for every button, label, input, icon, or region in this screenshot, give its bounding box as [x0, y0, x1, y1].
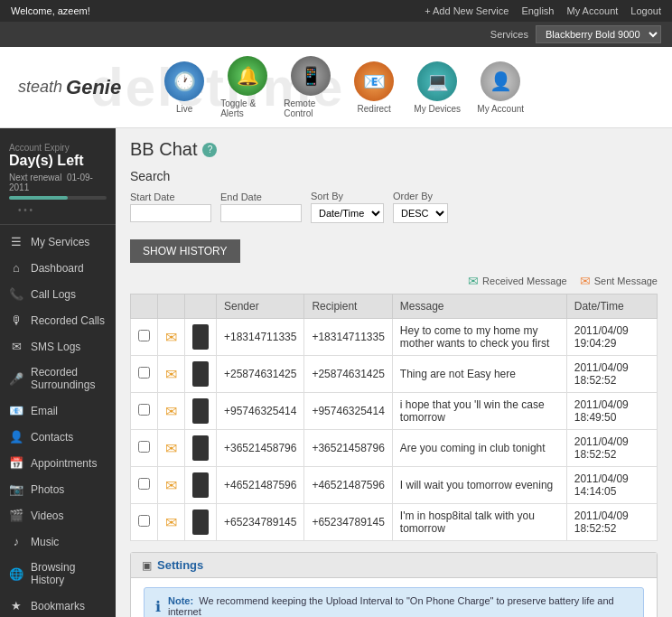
settings-section: ▣ Settings ℹ Note: We recommend keeping … — [130, 552, 658, 617]
sidebar-label-call-logs: Call Logs — [31, 288, 76, 301]
sidebar-item-recorded-surroundings[interactable]: 🎤 Recorded Surroundings — [0, 360, 116, 397]
add-service-link[interactable]: + Add New Service — [425, 5, 509, 16]
start-date-group: Start Date — [130, 192, 211, 222]
row-recipient: +65234789145 — [304, 504, 392, 541]
search-section: Search Start Date End Date Sort By Date/… — [130, 169, 658, 263]
sidebar-label-dashboard: Dashboard — [31, 262, 84, 275]
row-checkbox[interactable] — [138, 367, 150, 379]
row-phone-cell — [185, 467, 217, 504]
sidebar-label-recorded-calls: Recorded Calls — [31, 314, 105, 327]
envelope-icon: ✉ — [165, 478, 177, 493]
logout-link[interactable]: Logout — [630, 5, 661, 16]
sidebar: Account Expiry Day(s) Left Next renewal … — [0, 128, 116, 617]
sidebar-item-bookmarks[interactable]: ★ Bookmarks — [0, 593, 116, 617]
sidebar-label-music: Music — [31, 536, 59, 548]
phone-device-icon — [192, 361, 209, 387]
bookmarks-icon: ★ — [9, 599, 23, 612]
days-left: Day(s) Left — [9, 153, 107, 169]
sidebar-item-videos[interactable]: 🎬 Videos — [0, 502, 116, 528]
row-message: I'm in hosp8ital talk with you tomorrow — [392, 504, 566, 541]
sort-by-select[interactable]: Date/Time — [311, 203, 384, 223]
my-services-icon: ☰ — [9, 235, 23, 248]
legend-received-label: Received Message — [482, 276, 567, 286]
order-by-select[interactable]: DESC — [393, 203, 448, 223]
row-checkbox[interactable] — [138, 404, 150, 416]
sidebar-item-photos[interactable]: 📷 Photos — [0, 476, 116, 502]
row-checkbox[interactable] — [138, 478, 150, 490]
nav-redirect[interactable]: 📧 Redirect — [347, 61, 401, 114]
top-nav: + Add New Service English My Account Log… — [425, 5, 661, 16]
sidebar-item-music[interactable]: ♪ Music — [0, 528, 116, 555]
device-select[interactable]: Blackberry Bold 9000 — [536, 25, 661, 43]
row-envelope-cell: ✉ — [158, 319, 185, 356]
my-devices-icon: 💻 — [417, 61, 457, 101]
sidebar-item-sms-logs[interactable]: ✉ SMS Logs — [0, 333, 116, 360]
photos-icon: 📷 — [9, 482, 23, 496]
row-checkbox-cell — [131, 319, 158, 356]
row-envelope-cell: ✉ — [158, 393, 185, 430]
row-checkbox[interactable] — [138, 441, 150, 453]
row-message: i hope that you 'll win the case tomorro… — [392, 393, 566, 430]
row-phone-cell — [185, 356, 217, 393]
sidebar-item-recorded-calls[interactable]: 🎙 Recorded Calls — [0, 307, 116, 333]
table-row: ✉ +65234789145 +65234789145 I'm in hosp8… — [131, 504, 658, 541]
appointments-icon: 📅 — [9, 456, 23, 470]
col-sender: Sender — [217, 294, 304, 319]
nav-remote-label: Remote Control — [284, 98, 338, 118]
row-checkbox-cell — [131, 356, 158, 393]
row-sender: +95746325414 — [217, 393, 304, 430]
table-row: ✉ +95746325414 +95746325414 i hope that … — [131, 393, 658, 430]
sidebar-item-my-services[interactable]: ☰ My Services — [0, 229, 116, 255]
sidebar-item-email[interactable]: 📧 Email — [0, 397, 116, 424]
col-recipient: Recipient — [304, 294, 392, 319]
next-renewal: Next renewal 01-09-2011 — [9, 173, 107, 192]
nav-toggle-alerts[interactable]: 🔔 Toggle & Alerts — [220, 56, 275, 118]
row-checkbox[interactable] — [138, 515, 150, 527]
show-history-button[interactable]: SHOW HISTORY — [130, 239, 240, 263]
my-account-icon: 👤 — [481, 61, 520, 101]
row-message: I will wait you tomorrow evening — [392, 467, 566, 504]
sidebar-label-videos: Videos — [31, 509, 63, 522]
sidebar-item-contacts[interactable]: 👤 Contacts — [0, 424, 116, 450]
sidebar-item-browsing-history[interactable]: 🌐 Browsing History — [0, 555, 116, 593]
account-expiry-label: Account Expiry — [9, 143, 107, 153]
sidebar-label-photos: Photos — [31, 483, 64, 496]
page-title-text: BB Chat — [130, 139, 197, 160]
sms-logs-icon: ✉ — [9, 340, 23, 353]
remote-control-icon: 📱 — [291, 56, 331, 96]
envelope-icon: ✉ — [165, 330, 177, 345]
progress-bar-fill — [9, 196, 68, 200]
settings-header[interactable]: ▣ Settings — [131, 553, 657, 578]
table-header-row: Sender Recipient Message Date/Time — [131, 294, 658, 319]
sidebar-item-call-logs[interactable]: 📞 Call Logs — [0, 281, 116, 307]
info-icon: ℹ — [155, 598, 161, 615]
col-message: Message — [392, 294, 566, 319]
nav-live[interactable]: 🕐 Live — [157, 61, 211, 114]
end-date-group: End Date — [220, 192, 302, 222]
legend-sent: ✉ Sent Message — [580, 274, 658, 288]
nav-my-devices[interactable]: 💻 My Devices — [410, 61, 464, 114]
info-bold: Note: — [168, 595, 193, 606]
recorded-surroundings-icon: 🎤 — [9, 372, 23, 386]
sidebar-item-appointments[interactable]: 📅 Appointments — [0, 450, 116, 476]
services-label: Services — [490, 29, 528, 40]
settings-title: Settings — [157, 558, 203, 572]
row-checkbox[interactable] — [138, 330, 150, 341]
my-account-link[interactable]: My Account — [566, 5, 618, 16]
logo: steath Genie — [18, 76, 121, 99]
browsing-history-icon: 🌐 — [9, 567, 23, 581]
row-recipient: +95746325414 — [304, 393, 392, 430]
nav-my-account[interactable]: 👤 My Account — [473, 61, 527, 114]
end-date-input[interactable] — [220, 204, 302, 222]
header-nav: 🕐 Live 🔔 Toggle & Alerts 📱 Remote Contro… — [157, 56, 527, 118]
language-link[interactable]: English — [521, 5, 554, 16]
sidebar-label-email: Email — [31, 405, 58, 417]
row-recipient: +36521458796 — [304, 430, 392, 467]
row-checkbox-cell — [131, 430, 158, 467]
row-phone-cell — [185, 430, 217, 467]
nav-remote-control[interactable]: 📱 Remote Control — [284, 56, 338, 118]
logo-genie: Genie — [66, 76, 121, 99]
start-date-input[interactable] — [130, 204, 211, 222]
help-icon[interactable]: ? — [202, 143, 217, 157]
sidebar-item-dashboard[interactable]: ⌂ Dashboard — [0, 255, 116, 281]
